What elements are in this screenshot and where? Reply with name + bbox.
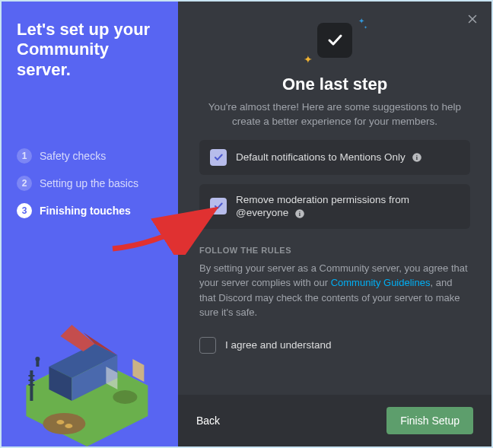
step-number: 1 bbox=[17, 148, 32, 164]
info-icon[interactable]: i bbox=[412, 152, 422, 163]
svg-rect-10 bbox=[28, 384, 34, 386]
header-block: ✦ ✦ ✦ One last step You're almost there!… bbox=[199, 23, 470, 129]
modal-container: Let's set up your Community server. 1 Sa… bbox=[0, 0, 493, 448]
check-icon bbox=[213, 152, 224, 163]
check-icon bbox=[213, 201, 224, 211]
svg-point-15 bbox=[56, 420, 64, 424]
sidebar-illustration bbox=[2, 294, 178, 446]
main-subtitle: You're almost there! Here are some sugge… bbox=[199, 100, 470, 129]
sparkle-icon: ✦ bbox=[304, 53, 313, 65]
rules-heading: FOLLOW THE RULES bbox=[199, 246, 470, 255]
svg-rect-9 bbox=[28, 380, 34, 381]
main-title: One last step bbox=[282, 75, 387, 94]
footer: Back Finish Setup bbox=[178, 395, 491, 446]
svg-marker-17 bbox=[132, 359, 144, 382]
checkbox-checked[interactable] bbox=[210, 198, 227, 214]
svg-point-14 bbox=[43, 413, 85, 434]
community-guidelines-link[interactable]: Community Guidelines bbox=[331, 277, 431, 288]
svg-point-13 bbox=[113, 390, 137, 404]
header-icon-wrap: ✦ ✦ ✦ bbox=[317, 23, 352, 58]
sidebar: Let's set up your Community server. 1 Sa… bbox=[2, 2, 178, 446]
step-number: 2 bbox=[17, 176, 32, 191]
checkbox-unchecked[interactable] bbox=[199, 337, 216, 354]
back-button[interactable]: Back bbox=[196, 415, 220, 427]
mention-everyone: @everyone bbox=[236, 207, 288, 218]
option-agree[interactable]: I agree and understand bbox=[199, 329, 470, 354]
step-label: Safety checks bbox=[40, 150, 106, 162]
svg-point-16 bbox=[65, 424, 72, 428]
step-label: Setting up the basics bbox=[40, 177, 138, 189]
svg-rect-8 bbox=[28, 375, 34, 377]
finish-setup-button[interactable]: Finish Setup bbox=[386, 407, 473, 434]
step-number: 3 bbox=[17, 203, 32, 218]
main-panel: ✦ ✦ ✦ One last step You're almost there!… bbox=[178, 2, 491, 446]
check-icon bbox=[326, 31, 344, 49]
sidebar-title: Let's set up your Community server. bbox=[2, 2, 178, 80]
option-default-notifications[interactable]: Default notifications to Mentions Only i bbox=[199, 140, 470, 175]
step-finishing-touches[interactable]: 3 Finishing touches bbox=[17, 203, 163, 218]
rules-text: By setting your server as a Community se… bbox=[199, 261, 470, 320]
sparkle-icon: ✦ bbox=[364, 24, 367, 30]
svg-rect-12 bbox=[36, 361, 39, 367]
option-label: Default notifications to Mentions Only i bbox=[236, 151, 422, 164]
step-label: Finishing touches bbox=[40, 205, 131, 217]
wizard-steps: 1 Safety checks 2 Setting up the basics … bbox=[2, 148, 178, 218]
step-setting-basics[interactable]: 2 Setting up the basics bbox=[17, 176, 163, 191]
checkbox-checked[interactable] bbox=[210, 149, 227, 166]
option-label: Remove moderation permissions from @ever… bbox=[236, 193, 460, 220]
step-safety-checks[interactable]: 1 Safety checks bbox=[17, 148, 163, 164]
content-area: ✦ ✦ ✦ One last step You're almost there!… bbox=[178, 2, 491, 395]
agree-label: I agree and understand bbox=[225, 338, 332, 352]
option-remove-moderation[interactable]: Remove moderation permissions from @ever… bbox=[199, 184, 470, 229]
info-icon[interactable]: i bbox=[294, 208, 305, 219]
check-badge bbox=[317, 23, 352, 58]
